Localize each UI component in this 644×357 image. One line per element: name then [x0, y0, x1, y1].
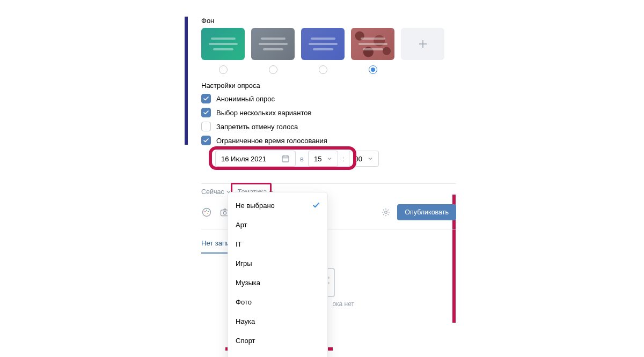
theme-option-it[interactable]: IT	[228, 234, 327, 254]
theme-option-tourism[interactable]: Туризм	[228, 350, 327, 357]
theme-option-label: Наука	[236, 317, 255, 325]
option-multi[interactable]: Выбор нескольких вариантов	[201, 108, 456, 117]
svg-point-1	[203, 209, 211, 217]
gear-icon[interactable]	[381, 207, 391, 217]
option-timed[interactable]: Ограниченное время голосования	[201, 136, 456, 145]
checkbox-anonymous[interactable]	[201, 94, 211, 103]
option-timed-label: Ограниченное время голосования	[216, 137, 327, 145]
bg-tile-green[interactable]	[201, 28, 245, 60]
svg-point-8	[385, 211, 387, 214]
option-no-cancel-label: Запретить отмену голоса	[216, 123, 298, 131]
theme-option-label: IT	[236, 240, 242, 248]
bg-radio-2[interactable]	[319, 65, 327, 74]
option-anonymous[interactable]: Анонимный опрос	[201, 94, 456, 103]
tutorial-highlight-datetime	[209, 146, 356, 170]
palette-icon[interactable]	[201, 207, 212, 218]
svg-point-4	[208, 211, 209, 212]
tutorial-bar-left	[185, 17, 188, 145]
theme-option-music[interactable]: Музыка	[228, 273, 327, 292]
option-anonymous-label: Анонимный опрос	[216, 95, 275, 103]
bg-radio-3[interactable]	[369, 65, 377, 74]
bg-tile-blue[interactable]	[301, 28, 345, 60]
svg-point-7	[223, 212, 226, 214]
chevron-down-icon	[368, 156, 373, 161]
theme-option-label: Не выбрано	[236, 202, 275, 210]
publish-button[interactable]: Опубликовать	[397, 204, 456, 220]
theme-option-label: Спорт	[236, 337, 255, 345]
checkbox-multi[interactable]	[201, 108, 211, 117]
bg-tile-image[interactable]	[351, 28, 394, 60]
svg-point-3	[206, 210, 207, 211]
svg-point-5	[207, 213, 208, 214]
theme-option-science[interactable]: Наука	[228, 311, 327, 331]
theme-option-label: Игры	[236, 259, 252, 267]
theme-option-label: Фото	[236, 298, 252, 306]
svg-point-2	[204, 211, 206, 212]
theme-option-label: Музыка	[236, 279, 260, 287]
check-icon	[312, 202, 320, 209]
theme-option-sport[interactable]: Спорт	[228, 331, 327, 350]
plus-icon	[418, 39, 428, 49]
checkbox-no-cancel[interactable]	[201, 122, 211, 131]
option-multi-label: Выбор нескольких вариантов	[216, 109, 311, 117]
background-label: Фон	[201, 17, 456, 25]
settings-label: Настройки опроса	[201, 81, 456, 90]
theme-option-games[interactable]: Игры	[228, 254, 327, 273]
theme-option-photo[interactable]: Фото	[228, 292, 327, 311]
bg-radio-1[interactable]	[269, 65, 277, 74]
bg-tile-gray[interactable]	[251, 28, 295, 60]
schedule-now-label: Сейчас	[201, 188, 224, 196]
theme-option-label: Арт	[236, 221, 247, 229]
background-options	[201, 28, 456, 60]
theme-dropdown: Не выбрано Арт IT Игры Музыка Фото Наука…	[228, 192, 328, 357]
option-no-cancel[interactable]: Запретить отмену голоса	[201, 122, 456, 131]
background-radio-row	[201, 65, 456, 74]
checkbox-timed[interactable]	[201, 136, 211, 145]
theme-option-none[interactable]: Не выбрано	[228, 196, 327, 215]
bg-radio-0[interactable]	[219, 65, 228, 74]
theme-option-art[interactable]: Арт	[228, 215, 327, 234]
bg-tile-add[interactable]	[401, 28, 444, 60]
schedule-now[interactable]: Сейчас	[201, 188, 231, 196]
